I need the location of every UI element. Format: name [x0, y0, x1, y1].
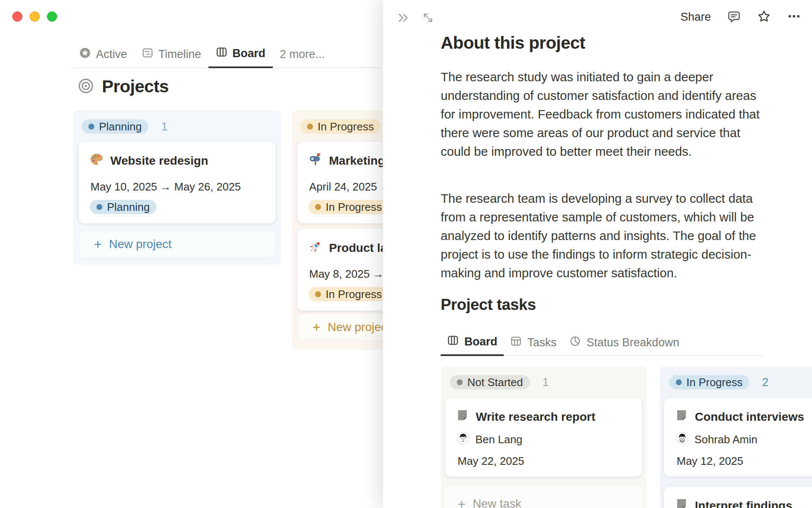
tab-board-view[interactable]: Board — [208, 41, 273, 68]
tab-status-breakdown[interactable]: Status Breakdown — [563, 329, 686, 356]
comments-button[interactable] — [727, 9, 741, 25]
status-dot — [307, 124, 313, 130]
page-icon — [456, 409, 469, 425]
task-column-not-started: Not Started 1 Write research report Ben … — [441, 367, 647, 508]
assignee-name: Sohrab Amin — [694, 433, 757, 446]
card-due-date: May 12, 2025 — [677, 455, 743, 468]
about-paragraph-1: The research study was initiated to gain… — [441, 68, 763, 161]
status-dot — [457, 379, 463, 385]
column-count: 1 — [161, 120, 167, 133]
fullscreen-button[interactable] — [47, 11, 57, 22]
plus-icon: + — [458, 497, 466, 508]
minimize-button[interactable] — [30, 11, 40, 22]
tag-dot — [315, 204, 321, 210]
column-count: 1 — [543, 376, 549, 389]
plus-icon: + — [313, 320, 321, 334]
column-count: 2 — [762, 376, 768, 389]
page-icon — [675, 409, 688, 425]
card-date-range: May 10, 2025 → May 26, 2025 — [91, 180, 241, 193]
status-pill-not-started[interactable]: Not Started — [450, 375, 530, 389]
close-peek-button[interactable] — [397, 11, 410, 26]
new-project-button-planning[interactable]: + New project — [79, 230, 276, 258]
tab-timeline-view[interactable]: Timeline — [134, 41, 208, 68]
project-tasks-heading: Project tasks — [441, 296, 536, 314]
about-heading: About this project — [441, 33, 585, 53]
pie-chart-icon — [569, 335, 581, 350]
side-peek-panel: Share About this project The research st… — [383, 0, 812, 508]
expand-page-button[interactable] — [421, 11, 435, 26]
card-title-row: Write research report — [456, 409, 595, 425]
card-title: Website redesign — [110, 154, 208, 168]
card-tag-row: Planning — [90, 200, 156, 214]
plus-icon: + — [94, 237, 102, 251]
board-icon — [447, 334, 459, 349]
status-pill-planning[interactable]: Planning — [82, 119, 148, 134]
comment-icon — [727, 9, 741, 25]
task-column-in-progress: In Progress 2 Conduct interviews Sohrab … — [660, 367, 812, 508]
view-tabs: Active Timeline Board 2 more... — [72, 41, 383, 68]
tab-label: Board — [233, 47, 266, 60]
new-task-button[interactable]: + New task — [445, 487, 642, 508]
status-dot — [88, 124, 94, 130]
tag-planning: Planning — [90, 200, 156, 214]
tab-tasks-board[interactable]: Board — [441, 329, 504, 356]
share-button[interactable]: Share — [680, 11, 711, 24]
avatar-sohrab-amin — [676, 432, 689, 447]
mailbox-icon — [308, 152, 322, 169]
task-card-write-research-report[interactable]: Write research report Ben Lang May 22, 2… — [445, 398, 642, 477]
rocket-icon — [308, 240, 322, 257]
tag-dot — [315, 291, 321, 297]
status-pill-in-progress[interactable]: In Progress — [300, 119, 381, 134]
assignee-name: Ben Lang — [475, 433, 522, 446]
double-chevron-right-icon — [397, 11, 410, 26]
column-header: In Progress — [300, 119, 381, 134]
card-title-row: Interpret findings — [675, 498, 792, 508]
tab-label: Active — [96, 48, 127, 61]
tag-in-progress: In Progress — [308, 287, 389, 301]
close-button[interactable] — [12, 11, 22, 22]
star-icon — [757, 9, 771, 25]
card-title: Write research report — [476, 410, 595, 424]
page-title-text: Projects — [102, 77, 169, 97]
status-pill-in-progress[interactable]: In Progress — [669, 375, 749, 389]
palette-icon — [90, 152, 104, 169]
target-icon — [77, 77, 94, 96]
board-icon — [216, 46, 228, 61]
card-title-row: Conduct interviews — [675, 409, 804, 425]
notion-window: Active Timeline Board 2 more... Projects… — [0, 0, 812, 508]
tab-more-views[interactable]: 2 more... — [273, 41, 332, 68]
card-assignee: Sohrab Amin — [676, 432, 757, 447]
column-header: In Progress 2 — [669, 375, 768, 389]
task-card-conduct-interviews[interactable]: Conduct interviews Sohrab Amin May 12, 2… — [664, 398, 812, 477]
task-card-interpret-findings[interactable]: Interpret findings — [664, 487, 812, 508]
panel-nav — [397, 11, 435, 26]
tag-in-progress: In Progress — [308, 200, 389, 214]
avatar-ben-lang — [457, 432, 469, 447]
card-assignee: Ben Lang — [457, 432, 522, 447]
card-due-date: May 22, 2025 — [458, 455, 524, 468]
tab-active-view[interactable]: Active — [72, 41, 134, 68]
expand-icon — [421, 11, 435, 26]
star-circle-icon — [79, 47, 91, 62]
board-column-planning: Planning 1 Website redesign May 10, 2025… — [73, 110, 281, 265]
tab-label: Timeline — [159, 48, 201, 61]
card-title: Interpret findings — [695, 499, 792, 508]
card-tag-row: In Progress — [308, 287, 389, 301]
tab-tasks-table[interactable]: Tasks — [504, 329, 563, 356]
timeline-icon — [142, 47, 154, 62]
favorite-button[interactable] — [757, 9, 771, 25]
status-dot — [676, 379, 682, 385]
card-title: Conduct interviews — [695, 410, 804, 424]
column-header: Planning 1 — [82, 119, 167, 134]
card-title-row: Website redesign — [90, 152, 208, 169]
table-icon — [510, 335, 522, 350]
page-title: Projects — [77, 77, 169, 97]
panel-actions: Share — [680, 9, 801, 25]
project-card-website-redesign[interactable]: Website redesign May 10, 2025 → May 26, … — [79, 141, 276, 224]
about-paragraph-2: The research team is developing a survey… — [441, 189, 763, 282]
card-tag-row: In Progress — [308, 200, 389, 214]
ellipsis-icon — [787, 9, 801, 25]
window-controls — [12, 11, 57, 22]
more-options-button[interactable] — [787, 9, 801, 25]
tab-label: 2 more... — [280, 48, 325, 61]
